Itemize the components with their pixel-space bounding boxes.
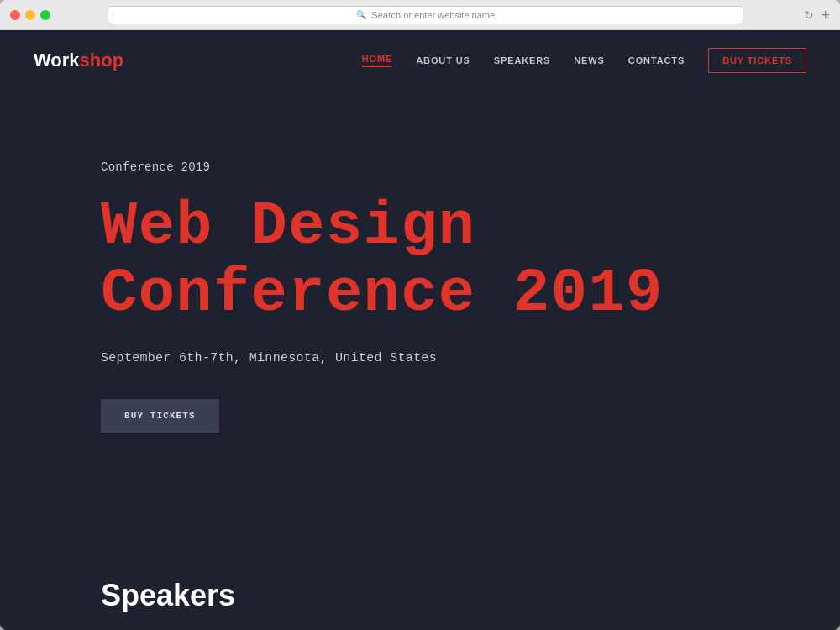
address-text: Search or enter website name — [371, 10, 495, 20]
nav-link-contacts[interactable]: CONTACTS — [628, 55, 685, 66]
nav-link-news[interactable]: NEWS — [574, 55, 605, 66]
hero-title: Web Design Conference 2019 — [101, 194, 739, 327]
search-icon: 🔍 — [356, 10, 366, 19]
hero-subtitle: September 6th-7th, Minnesota, United Sta… — [101, 351, 739, 365]
hero-section: Conference 2019 Web Design Conference 20… — [0, 91, 840, 553]
hero-title-line1: Web Design — [101, 192, 475, 261]
new-tab-button[interactable]: + — [821, 8, 830, 23]
nav-links: HOME ABOUT US SPEAKERS NEWS CONTACTS BUY… — [362, 48, 806, 73]
speakers-title: Speakers — [101, 578, 739, 613]
maximize-button-icon[interactable] — [40, 10, 50, 20]
traffic-lights — [10, 10, 50, 20]
close-button-icon[interactable] — [10, 10, 20, 20]
logo-part2: shop — [80, 50, 124, 71]
hero-buy-tickets-button[interactable]: BUY TICKETS — [101, 399, 219, 433]
navigation: Workshop HOME ABOUT US SPEAKERS NEWS CON… — [0, 30, 840, 91]
speakers-section: Speakers — [0, 553, 840, 630]
nav-link-speakers[interactable]: SPEAKERS — [494, 55, 551, 66]
refresh-icon[interactable]: ↻ — [804, 8, 814, 22]
hero-title-line2: Conference 2019 — [101, 260, 664, 328]
conference-label: Conference 2019 — [101, 160, 739, 174]
address-bar[interactable]: 🔍 Search or enter website name — [108, 6, 743, 24]
minimize-button-icon[interactable] — [25, 10, 35, 20]
browser-window: 🔍 Search or enter website name ↻ + Works… — [0, 0, 840, 630]
nav-link-about[interactable]: ABOUT US — [416, 55, 470, 66]
logo[interactable]: Workshop — [34, 50, 123, 71]
website-content: Workshop HOME ABOUT US SPEAKERS NEWS CON… — [0, 30, 840, 630]
logo-part1: Work — [34, 50, 80, 71]
nav-buy-tickets-button[interactable]: BUY TICKETS — [708, 48, 806, 73]
nav-link-home[interactable]: HOME — [362, 54, 393, 67]
browser-chrome: 🔍 Search or enter website name ↻ + — [0, 0, 840, 30]
